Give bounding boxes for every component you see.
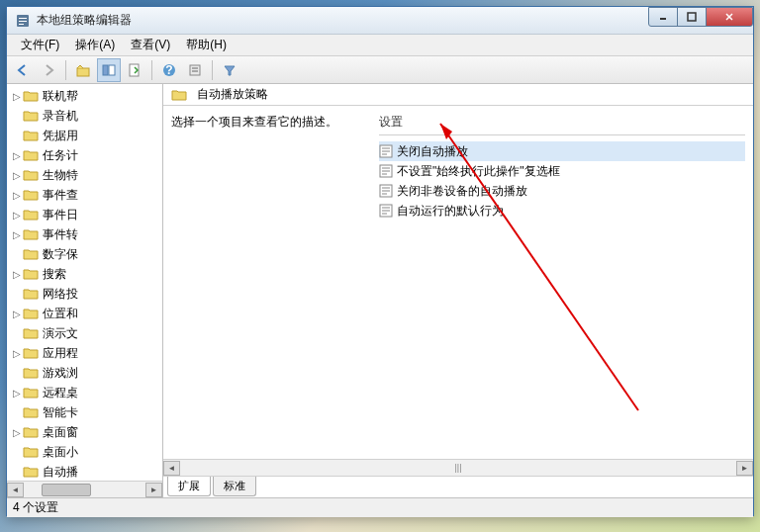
menubar: 文件(F) 操作(A) 查看(V) 帮助(H) bbox=[7, 35, 753, 56]
back-button[interactable] bbox=[11, 58, 35, 82]
description-hint: 选择一个项目来查看它的描述。 bbox=[171, 114, 369, 131]
window-title: 本地组策略编辑器 bbox=[37, 12, 649, 29]
svg-rect-2 bbox=[19, 21, 27, 22]
window-controls bbox=[649, 7, 753, 27]
forward-button[interactable] bbox=[37, 58, 60, 82]
tree-item[interactable]: 桌面小 bbox=[7, 442, 162, 462]
settings-column: 设置 关闭自动播放不设置"始终执行此操作"复选框关闭非卷设备的自动播放自动运行的… bbox=[379, 114, 745, 451]
filter-button[interactable] bbox=[218, 58, 241, 82]
menu-view[interactable]: 查看(V) bbox=[123, 35, 178, 55]
toolbar: ? bbox=[7, 56, 753, 84]
tree-item[interactable]: ▷位置和 bbox=[7, 304, 162, 323]
tree-item[interactable]: 凭据用 bbox=[7, 126, 162, 145]
tree-item[interactable]: 录音机 bbox=[7, 106, 162, 126]
tree-item[interactable]: ▷桌面窗 bbox=[7, 422, 162, 442]
tree-item[interactable]: ▷搜索 bbox=[7, 264, 162, 284]
content-area: ▷联机帮录音机凭据用▷任务计▷生物特▷事件查▷事件日▷事件转数字保▷搜索网络投▷… bbox=[7, 84, 753, 497]
minimize-button[interactable] bbox=[648, 7, 678, 27]
horizontal-scrollbar[interactable]: ◄ ||| ► bbox=[163, 459, 753, 476]
tree-item[interactable]: ▷事件转 bbox=[7, 224, 162, 244]
maximize-button[interactable] bbox=[677, 7, 707, 27]
menu-action[interactable]: 操作(A) bbox=[67, 35, 123, 55]
tree-item[interactable]: ▷任务计 bbox=[7, 145, 162, 165]
settings-header[interactable]: 设置 bbox=[379, 114, 745, 135]
tab-standard[interactable]: 标准 bbox=[213, 477, 256, 496]
tree-item[interactable]: 演示文 bbox=[7, 323, 162, 343]
tree-item[interactable]: ▷应用程 bbox=[7, 343, 162, 363]
view-tabs: 扩展 标准 bbox=[163, 476, 753, 497]
folder-icon bbox=[171, 88, 187, 102]
tree-item[interactable]: ▷事件查 bbox=[7, 185, 162, 205]
setting-item[interactable]: 关闭自动播放 bbox=[379, 141, 745, 161]
description-column: 选择一个项目来查看它的描述。 bbox=[171, 114, 379, 451]
tree-item[interactable]: 自动播 bbox=[7, 462, 162, 482]
titlebar: 本地组策略编辑器 bbox=[7, 7, 753, 35]
tree-toggle-button[interactable] bbox=[97, 58, 121, 82]
horizontal-scrollbar[interactable]: ◄ ► bbox=[7, 481, 162, 497]
svg-rect-14 bbox=[190, 65, 200, 75]
toolbar-separator bbox=[65, 60, 66, 80]
svg-rect-3 bbox=[19, 24, 24, 25]
svg-rect-9 bbox=[103, 65, 108, 75]
svg-rect-5 bbox=[688, 13, 696, 21]
detail-panel: 自动播放策略 选择一个项目来查看它的描述。 设置 关闭自动播放不设置"始终执行此… bbox=[163, 84, 753, 497]
tree-item[interactable]: ▷事件日 bbox=[7, 205, 162, 224]
up-button[interactable] bbox=[71, 58, 95, 82]
menu-help[interactable]: 帮助(H) bbox=[178, 35, 235, 55]
export-button[interactable] bbox=[123, 58, 146, 82]
svg-rect-8 bbox=[77, 68, 89, 76]
setting-item[interactable]: 不设置"始终执行此操作"复选框 bbox=[379, 161, 745, 181]
menu-file[interactable]: 文件(F) bbox=[13, 35, 67, 55]
properties-button[interactable] bbox=[183, 58, 207, 82]
tree-item[interactable]: ▷生物特 bbox=[7, 165, 162, 185]
svg-rect-1 bbox=[19, 18, 27, 19]
tree-item[interactable]: ▷远程桌 bbox=[7, 383, 162, 402]
svg-text:?: ? bbox=[165, 63, 172, 77]
current-path: 自动播放策略 bbox=[197, 86, 268, 103]
setting-item[interactable]: 自动运行的默认行为 bbox=[379, 201, 745, 221]
tree-item[interactable]: 智能卡 bbox=[7, 402, 162, 422]
path-bar: 自动播放策略 bbox=[163, 84, 753, 106]
tree-item[interactable]: 网络投 bbox=[7, 284, 162, 304]
tree-panel: ▷联机帮录音机凭据用▷任务计▷生物特▷事件查▷事件日▷事件转数字保▷搜索网络投▷… bbox=[7, 84, 163, 497]
tree-list[interactable]: ▷联机帮录音机凭据用▷任务计▷生物特▷事件查▷事件日▷事件转数字保▷搜索网络投▷… bbox=[7, 84, 162, 482]
svg-rect-10 bbox=[109, 65, 115, 75]
status-text: 4 个设置 bbox=[13, 499, 58, 516]
help-button[interactable]: ? bbox=[157, 58, 181, 82]
detail-area: 选择一个项目来查看它的描述。 设置 关闭自动播放不设置"始终执行此操作"复选框关… bbox=[163, 106, 753, 459]
app-icon bbox=[15, 13, 31, 29]
toolbar-separator bbox=[151, 60, 152, 80]
tree-item[interactable]: ▷联机帮 bbox=[7, 86, 162, 106]
setting-item[interactable]: 关闭非卷设备的自动播放 bbox=[379, 181, 745, 201]
settings-list: 关闭自动播放不设置"始终执行此操作"复选框关闭非卷设备的自动播放自动运行的默认行… bbox=[379, 141, 745, 221]
app-window: 本地组策略编辑器 文件(F) 操作(A) 查看(V) 帮助(H) ? ▷联机帮录… bbox=[6, 6, 754, 516]
close-button[interactable] bbox=[706, 7, 753, 27]
toolbar-separator bbox=[212, 60, 213, 80]
tree-item[interactable]: 游戏浏 bbox=[7, 363, 162, 383]
tree-item[interactable]: 数字保 bbox=[7, 244, 162, 264]
tab-extended[interactable]: 扩展 bbox=[167, 477, 211, 496]
statusbar: 4 个设置 bbox=[7, 497, 753, 517]
